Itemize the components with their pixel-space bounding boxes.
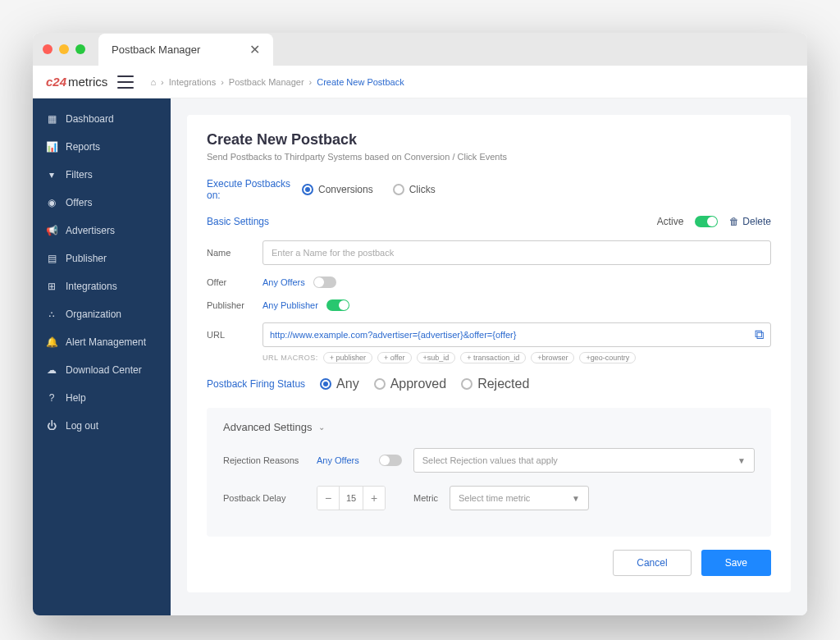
cancel-button[interactable]: Cancel bbox=[613, 550, 691, 576]
radio-approved[interactable]: Approved bbox=[374, 377, 447, 391]
alert-icon: 🔔 bbox=[46, 336, 57, 348]
home-icon[interactable]: ⌂ bbox=[150, 77, 156, 87]
maximize-window-icon[interactable] bbox=[75, 44, 85, 54]
macro-chip[interactable]: +geo-country bbox=[579, 352, 636, 363]
metric-label: Metric bbox=[413, 493, 438, 503]
advanced-settings: Advanced Settings ⌄ Rejection Reasons An… bbox=[207, 408, 771, 537]
publisher-toggle[interactable] bbox=[326, 299, 349, 311]
sidebar-item-download-center[interactable]: ☁Download Center bbox=[33, 356, 171, 384]
offer-toggle[interactable] bbox=[313, 277, 336, 288]
filters-icon: ▾ bbox=[46, 169, 57, 181]
save-button[interactable]: Save bbox=[701, 550, 771, 576]
tab-title: Postback Manager bbox=[112, 43, 200, 56]
macro-chip[interactable]: + publisher bbox=[323, 352, 372, 363]
stepper-plus[interactable]: + bbox=[363, 487, 385, 510]
trash-icon: 🗑 bbox=[729, 216, 739, 227]
sidebar-item-help[interactable]: ?Help bbox=[33, 384, 171, 412]
basic-settings-title: Basic Settings bbox=[207, 216, 269, 227]
radio-any[interactable]: Any bbox=[320, 377, 359, 391]
close-tab-icon[interactable]: ✕ bbox=[249, 42, 260, 57]
advanced-toggle[interactable]: Advanced Settings ⌄ bbox=[223, 421, 755, 433]
minimize-window-icon[interactable] bbox=[59, 44, 69, 54]
copy-icon[interactable]: ⧉ bbox=[755, 327, 764, 342]
radio-conversions[interactable]: Conversions bbox=[302, 184, 373, 195]
name-input[interactable] bbox=[262, 240, 771, 265]
close-window-icon[interactable] bbox=[43, 44, 52, 54]
sidebar-item-reports[interactable]: 📊Reports bbox=[33, 133, 171, 161]
sidebar-item-filters[interactable]: ▾Filters bbox=[33, 161, 171, 189]
delay-label: Postback Delay bbox=[223, 493, 305, 503]
form-panel: Create New Postback Send Postbacks to Th… bbox=[187, 115, 791, 592]
macro-chip[interactable]: + offer bbox=[377, 352, 412, 363]
macros-label: URL MACROS: bbox=[262, 354, 318, 362]
delay-stepper[interactable]: − + bbox=[317, 486, 386, 510]
macro-chip[interactable]: +sub_id bbox=[417, 352, 456, 363]
rejection-label: Rejection Reasons bbox=[223, 455, 305, 465]
publisher-icon: ▤ bbox=[46, 253, 57, 264]
titlebar: Postback Manager ✕ bbox=[33, 33, 807, 66]
reports-icon: 📊 bbox=[46, 141, 57, 153]
delay-input[interactable] bbox=[339, 487, 363, 510]
publisher-value: Any Publisher bbox=[262, 300, 318, 310]
macro-chip[interactable]: +browser bbox=[531, 352, 574, 363]
organization-icon: ⛬ bbox=[46, 309, 57, 320]
offers-icon: ◉ bbox=[46, 197, 57, 208]
sidebar-item-offers[interactable]: ◉Offers bbox=[33, 189, 171, 217]
breadcrumb-current: Create New Postback bbox=[317, 77, 404, 87]
advertisers-icon: 📢 bbox=[46, 225, 57, 236]
chevron-down-icon: ⌄ bbox=[318, 423, 325, 432]
sidebar-item-advertisers[interactable]: 📢Advertisers bbox=[33, 217, 171, 245]
sidebar: ▦Dashboard 📊Reports ▾Filters ◉Offers 📢Ad… bbox=[33, 98, 171, 615]
radio-clicks[interactable]: Clicks bbox=[393, 184, 436, 195]
offer-value: Any Offers bbox=[262, 277, 305, 287]
page-title: Create New Postback bbox=[207, 131, 771, 149]
sidebar-item-organization[interactable]: ⛬Organization bbox=[33, 300, 171, 328]
dashboard-icon: ▦ bbox=[46, 113, 57, 125]
active-toggle[interactable] bbox=[695, 216, 718, 227]
delete-button[interactable]: 🗑 Delete bbox=[729, 216, 771, 227]
integrations-icon: ⊞ bbox=[46, 281, 57, 292]
name-label: Name bbox=[207, 248, 262, 258]
traffic-lights bbox=[43, 44, 85, 54]
offer-label: Offer bbox=[207, 277, 262, 287]
publisher-label: Publisher bbox=[207, 300, 262, 310]
breadcrumb-item[interactable]: Postback Manager bbox=[229, 77, 304, 87]
logo[interactable]: c24 metrics bbox=[46, 75, 107, 89]
rejection-select[interactable]: Select Rejection values that apply ▼ bbox=[413, 448, 755, 473]
app-window: Postback Manager ✕ c24 metrics ⌂ › Integ… bbox=[33, 33, 807, 615]
firing-status-label: Postback Firing Status bbox=[207, 378, 305, 390]
sidebar-item-logout[interactable]: ⏻Log out bbox=[33, 412, 171, 440]
help-icon: ? bbox=[46, 392, 57, 404]
chevron-down-icon: ▼ bbox=[737, 456, 746, 465]
chevron-down-icon: ▼ bbox=[572, 494, 580, 503]
logout-icon: ⏻ bbox=[46, 420, 57, 432]
page-subtitle: Send Postbacks to Thirdparty Systems bas… bbox=[207, 152, 771, 162]
content-area: Create New Postback Send Postbacks to Th… bbox=[171, 98, 807, 615]
execute-label: Execute Postbacks on: bbox=[207, 178, 302, 201]
rejection-value: Any Offers bbox=[317, 455, 359, 465]
url-label: URL bbox=[207, 330, 262, 340]
stepper-minus[interactable]: − bbox=[317, 487, 339, 510]
topbar: c24 metrics ⌂ › Integrations › Postback … bbox=[33, 66, 807, 98]
breadcrumb: ⌂ › Integrations › Postback Manager › Cr… bbox=[150, 77, 404, 87]
sidebar-item-publisher[interactable]: ▤Publisher bbox=[33, 245, 171, 272]
logo-suffix: metrics bbox=[68, 75, 107, 89]
sidebar-item-alert-management[interactable]: 🔔Alert Management bbox=[33, 328, 171, 356]
sidebar-item-integrations[interactable]: ⊞Integrations bbox=[33, 272, 171, 300]
radio-rejected[interactable]: Rejected bbox=[461, 377, 529, 391]
macro-chip[interactable]: + transaction_id bbox=[460, 352, 526, 363]
download-icon: ☁ bbox=[46, 364, 57, 376]
metric-select[interactable]: Select time metric ▼ bbox=[450, 486, 589, 510]
sidebar-item-dashboard[interactable]: ▦Dashboard bbox=[33, 105, 171, 133]
active-label: Active bbox=[657, 216, 684, 227]
hamburger-icon[interactable] bbox=[117, 75, 134, 89]
url-input[interactable] bbox=[270, 330, 755, 340]
breadcrumb-item[interactable]: Integrations bbox=[169, 77, 216, 87]
browser-tab[interactable]: Postback Manager ✕ bbox=[98, 34, 273, 66]
logo-prefix: c24 bbox=[46, 75, 66, 89]
rejection-toggle[interactable] bbox=[379, 455, 402, 466]
